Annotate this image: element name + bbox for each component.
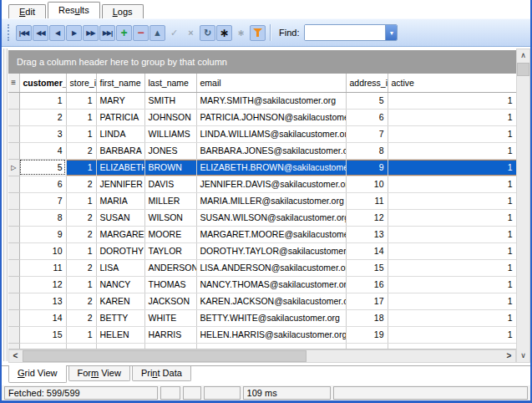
- cell-address_id[interactable]: 12: [346, 209, 388, 226]
- column-header-store_id[interactable]: store_id: [66, 74, 96, 92]
- toolbar-grip-handle[interactable]: [8, 24, 11, 41]
- cell-store_id[interactable]: 2: [66, 259, 96, 276]
- cell-store_id[interactable]: 2: [66, 176, 96, 192]
- column-header-last_name[interactable]: last_name: [144, 74, 196, 92]
- cell-first_name[interactable]: PATRICIA: [96, 109, 144, 125]
- cell-customer[interactable]: 10: [19, 242, 66, 259]
- row-indicator[interactable]: [8, 343, 19, 349]
- cell-customer[interactable]: 6: [19, 176, 66, 192]
- row-indicator[interactable]: [8, 176, 19, 192]
- horizontal-scrollbar[interactable]: < >: [8, 349, 516, 363]
- cell-email[interactable]: PATRICIA.JOHNSON@sakilacustomer.org: [196, 109, 346, 125]
- cell-customer[interactable]: 12: [19, 276, 66, 293]
- scroll-left-icon[interactable]: <: [9, 350, 22, 362]
- scroll-up-icon[interactable]: ∧: [517, 49, 529, 62]
- column-header-active[interactable]: active: [388, 74, 516, 92]
- row-indicator[interactable]: [8, 309, 19, 326]
- column-header-customer[interactable]: customer_: [19, 74, 66, 92]
- cell-last_name[interactable]: MOORE: [144, 226, 196, 242]
- cell-address_id[interactable]: 15: [346, 259, 388, 276]
- cell-customer[interactable]: 3: [19, 125, 66, 142]
- cell-first_name[interactable]: KAREN: [96, 293, 144, 309]
- cell-active[interactable]: 1: [388, 226, 516, 242]
- cell-address_id[interactable]: 16: [346, 276, 388, 293]
- cell-store_id[interactable]: 2: [66, 209, 96, 226]
- empty-cell[interactable]: [66, 343, 96, 349]
- prior-record-button[interactable]: ◀: [49, 25, 65, 41]
- current-row-indicator-icon[interactable]: ▷: [8, 159, 19, 176]
- vertical-scrollbar[interactable]: ∧ ∨: [516, 48, 530, 363]
- cell-last_name[interactable]: JACKSON: [144, 293, 196, 309]
- row-indicator[interactable]: [8, 276, 19, 293]
- scroll-right-icon[interactable]: >: [503, 350, 515, 362]
- cell-store_id[interactable]: 2: [66, 293, 96, 309]
- cell-address_id[interactable]: 17: [346, 293, 388, 309]
- cell-first_name[interactable]: MARY: [96, 92, 144, 109]
- cell-first_name[interactable]: BARBARA: [96, 142, 144, 159]
- cell-address_id[interactable]: 8: [346, 142, 388, 159]
- grid-corner-list-icon[interactable]: ≡: [8, 74, 19, 92]
- cell-customer[interactable]: 7: [19, 192, 66, 209]
- cell-customer[interactable]: 15: [19, 326, 66, 343]
- dock-splitter[interactable]: [3, 48, 8, 361]
- filter-button[interactable]: [250, 25, 266, 41]
- cell-address_id[interactable]: 19: [346, 326, 388, 343]
- cell-active[interactable]: 1: [388, 125, 516, 142]
- cell-active[interactable]: 1: [388, 259, 516, 276]
- cell-active[interactable]: 1: [388, 159, 516, 176]
- cell-customer[interactable]: 11: [19, 259, 66, 276]
- set-bookmark-button[interactable]: ∗: [216, 25, 232, 41]
- row-indicator[interactable]: [8, 226, 19, 242]
- cell-store_id[interactable]: 2: [66, 226, 96, 242]
- cell-last_name[interactable]: WHITE: [144, 309, 196, 326]
- cell-customer[interactable]: 2: [19, 109, 66, 125]
- empty-cell[interactable]: [96, 343, 144, 349]
- cell-active[interactable]: 1: [388, 293, 516, 309]
- cell-active[interactable]: 1: [388, 109, 516, 125]
- empty-cell[interactable]: [346, 343, 388, 349]
- cell-first_name[interactable]: MARGARET: [96, 226, 144, 242]
- cell-last_name[interactable]: DAVIS: [144, 176, 196, 192]
- tab-results[interactable]: Results: [48, 2, 100, 18]
- cell-last_name[interactable]: THOMAS: [144, 276, 196, 293]
- cell-first_name[interactable]: SUSAN: [96, 209, 144, 226]
- cell-active[interactable]: 1: [388, 309, 516, 326]
- cell-last_name[interactable]: WILSON: [144, 209, 196, 226]
- cell-customer[interactable]: 13: [19, 293, 66, 309]
- empty-cell[interactable]: [144, 343, 196, 349]
- cell-active[interactable]: 1: [388, 326, 516, 343]
- cell-address_id[interactable]: 10: [346, 176, 388, 192]
- row-indicator[interactable]: [8, 242, 19, 259]
- cell-last_name[interactable]: JONES: [144, 142, 196, 159]
- cell-store_id[interactable]: 2: [66, 309, 96, 326]
- row-indicator[interactable]: [8, 92, 19, 109]
- column-header-address_id[interactable]: address_id: [346, 74, 388, 92]
- cell-store_id[interactable]: 1: [66, 242, 96, 259]
- cell-address_id[interactable]: 6: [346, 109, 388, 125]
- vertical-scroll-thumb[interactable]: [517, 63, 529, 76]
- prior-page-button[interactable]: ◀◀: [33, 25, 48, 41]
- cell-address_id[interactable]: 14: [346, 242, 388, 259]
- cell-last_name[interactable]: WILLIAMS: [144, 125, 196, 142]
- empty-cell[interactable]: [196, 343, 346, 349]
- cell-address_id[interactable]: 5: [346, 92, 388, 109]
- cell-last_name[interactable]: JOHNSON: [144, 109, 196, 125]
- tab-form-view[interactable]: Form View: [68, 366, 130, 381]
- first-record-button[interactable]: |◀◀: [16, 25, 32, 41]
- find-input[interactable]: [305, 25, 385, 40]
- cell-email[interactable]: JENNIFER.DAVIS@sakilacustomer.org: [196, 176, 346, 192]
- cell-active[interactable]: 1: [388, 276, 516, 293]
- cell-customer[interactable]: 5: [19, 159, 66, 176]
- scroll-down-icon[interactable]: ∨: [517, 349, 529, 362]
- cell-store_id[interactable]: 2: [66, 142, 96, 159]
- cell-customer[interactable]: 9: [19, 226, 66, 242]
- cell-address_id[interactable]: 18: [346, 309, 388, 326]
- row-indicator[interactable]: [8, 259, 19, 276]
- cell-store_id[interactable]: 1: [66, 192, 96, 209]
- next-record-button[interactable]: ▶: [66, 25, 82, 41]
- empty-cell[interactable]: [388, 343, 516, 349]
- column-header-email[interactable]: email: [196, 74, 346, 92]
- row-indicator[interactable]: [8, 125, 19, 142]
- edit-record-button[interactable]: ▲: [149, 25, 165, 41]
- cell-store_id[interactable]: 1: [66, 326, 96, 343]
